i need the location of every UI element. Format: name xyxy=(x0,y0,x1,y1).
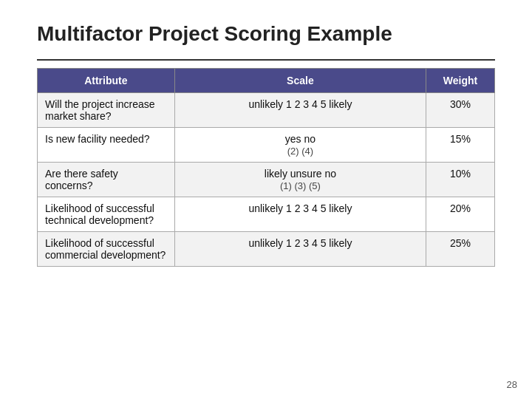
col-header-weight: Weight xyxy=(426,69,495,93)
page-number: 28 xyxy=(507,379,517,390)
slide: Multifactor Project Scoring Example Attr… xyxy=(0,0,532,399)
divider xyxy=(37,59,495,61)
cell-weight: 20% xyxy=(426,197,495,232)
cell-attribute: Is new facility needed? xyxy=(38,128,175,163)
table-row: Are there safety concerns?likely unsure … xyxy=(38,163,495,197)
cell-weight: 15% xyxy=(426,128,495,163)
col-header-attribute: Attribute xyxy=(38,69,175,93)
cell-scale: likely unsure no(1) (3) (5) xyxy=(174,163,426,197)
cell-attribute: Are there safety concerns? xyxy=(38,163,175,197)
cell-attribute: Likelihood of successful technical devel… xyxy=(38,197,175,232)
cell-weight: 25% xyxy=(426,232,495,267)
cell-scale: yes no(2) (4) xyxy=(174,128,426,163)
col-header-scale: Scale xyxy=(174,69,426,93)
page-title: Multifactor Project Scoring Example xyxy=(37,22,495,46)
scoring-table: Attribute Scale Weight Will the project … xyxy=(37,68,495,267)
cell-attribute: Likelihood of successful commercial deve… xyxy=(38,232,175,267)
cell-scale: unlikely 1 2 3 4 5 likely xyxy=(174,232,426,267)
cell-weight: 30% xyxy=(426,93,495,128)
cell-attribute: Will the project increase market share? xyxy=(38,93,175,128)
table-row: Likelihood of successful technical devel… xyxy=(38,197,495,232)
cell-weight: 10% xyxy=(426,163,495,197)
table-row: Is new facility needed?yes no(2) (4)15% xyxy=(38,128,495,163)
table-row: Likelihood of successful commercial deve… xyxy=(38,232,495,267)
table-row: Will the project increase market share?u… xyxy=(38,93,495,128)
cell-scale: unlikely 1 2 3 4 5 likely xyxy=(174,93,426,128)
cell-scale: unlikely 1 2 3 4 5 likely xyxy=(174,197,426,232)
